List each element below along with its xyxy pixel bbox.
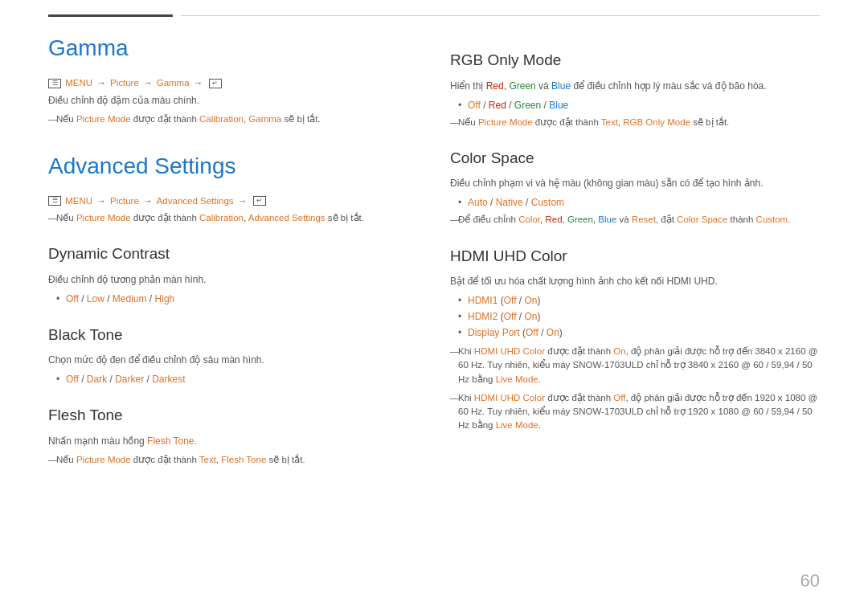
flesh-tone-desc: Nhấn mạnh màu hồng Flesh Tone. [48, 434, 418, 448]
enter-icon: ↵ [209, 79, 222, 88]
advanced-note: Nếu Picture Mode được đặt thành Calibrat… [48, 211, 418, 225]
rgb-only-mode-section: RGB Only Mode Hiển thị Red, Green và Blu… [450, 49, 820, 129]
rgb-only-mode-title: RGB Only Mode [450, 49, 820, 72]
page-number: 60 [800, 567, 820, 594]
dynamic-contrast-title: Dynamic Contrast [48, 243, 418, 266]
advanced-settings-section: Advanced Settings ☰ MENU → Picture → Adv… [48, 149, 418, 467]
color-space-desc: Điều chỉnh phạm vi và hệ màu (không gian… [450, 176, 820, 190]
gamma-title: Gamma [48, 31, 418, 65]
top-bar-accent [48, 14, 173, 17]
black-tone-title: Black Tone [48, 324, 418, 347]
gamma-menu-path: ☰ MENU → Picture → Gamma → ↵ [48, 76, 418, 90]
dynamic-contrast-options: Off / Low / Medium / High [56, 292, 418, 306]
black-tone-desc: Chọn mức độ đen để điều chỉnh độ sâu màn… [48, 353, 418, 367]
advanced-settings-title: Advanced Settings [48, 149, 418, 183]
adv-menu-icon: ☰ [48, 196, 61, 206]
hdmi1-option: HDMI1 (Off / On) [458, 293, 820, 308]
color-space-title: Color Space [450, 147, 820, 170]
top-bar-line [181, 15, 820, 16]
dynamic-contrast-desc: Điều chỉnh độ tương phản màn hình. [48, 272, 418, 287]
hdmi-uhd-note1: Khi HDMI UHD Color được đặt thành On, độ… [450, 345, 820, 386]
color-space-options: Auto / Native / Custom [458, 195, 820, 210]
rgb-only-mode-desc: Hiển thị Red, Green và Blue để điều chỉn… [450, 79, 820, 93]
black-tone-options: Off / Dark / Darker / Darkest [56, 372, 418, 386]
gamma-note: Nếu Picture Mode được đặt thành Calibrat… [48, 112, 418, 126]
advanced-menu-path: ☰ MENU → Picture → Advanced Settings → ↵ [48, 194, 418, 208]
color-space-section: Color Space Điều chỉnh phạm vi và hệ màu… [450, 147, 820, 227]
hdmi-uhd-color-title: HDMI UHD Color [450, 245, 820, 268]
flesh-tone-note: Nếu Picture Mode được đặt thành Text, Fl… [48, 453, 418, 467]
hdmi-uhd-color-desc: Bật để tối ưu hóa chất lượng hình ảnh ch… [450, 274, 820, 288]
dynamic-contrast-section: Dynamic Contrast Điều chỉnh độ tương phả… [48, 243, 418, 306]
hdmi2-option: HDMI2 (Off / On) [458, 309, 820, 324]
menu-icon: ☰ [48, 79, 61, 88]
rgb-note: Nếu Picture Mode được đặt thành Text, RG… [450, 116, 820, 129]
hdmi-uhd-note2: Khi HDMI UHD Color được đặt thành Off, đ… [450, 391, 820, 433]
display-port-option: Display Port (Off / On) [458, 325, 820, 340]
gamma-menu-text: MENU [65, 78, 92, 88]
hdmi-uhd-color-section: HDMI UHD Color Bật để tối ưu hóa chất lư… [450, 245, 820, 433]
color-space-note: Để điều chỉnh Color, Red, Green, Blue và… [450, 213, 820, 227]
gamma-desc: Điều chỉnh độ đậm của màu chính. [48, 93, 418, 108]
gamma-section: Gamma ☰ MENU → Picture → Gamma → ↵ Điều … [48, 31, 418, 127]
top-bar [0, 0, 868, 25]
black-tone-section: Black Tone Chọn mức độ đen để điều chỉnh… [48, 324, 418, 387]
flesh-tone-title: Flesh Tone [48, 404, 418, 427]
flesh-tone-section: Flesh Tone Nhấn mạnh màu hồng Flesh Tone… [48, 404, 418, 467]
adv-enter-icon: ↵ [253, 196, 266, 206]
rgb-options: Off / Red / Green / Blue [458, 98, 820, 112]
